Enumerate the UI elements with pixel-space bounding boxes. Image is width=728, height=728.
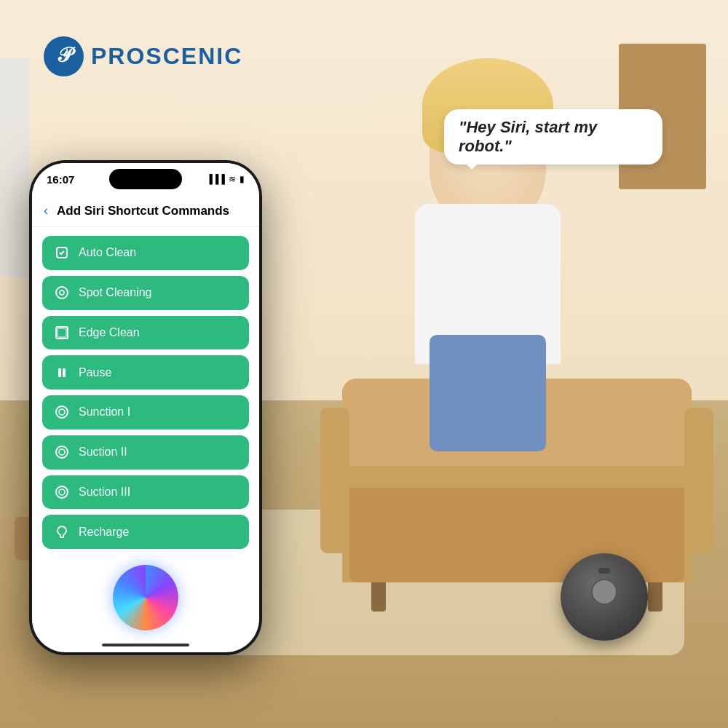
- sunction-i-icon: [54, 404, 70, 420]
- edge-clean-icon: [54, 325, 70, 341]
- status-icons: ▐▐▐ ≋ ▮: [206, 174, 245, 184]
- suction-ii-label: Suction II: [79, 446, 127, 459]
- pause-icon: [54, 365, 70, 381]
- siri-button[interactable]: [113, 565, 178, 630]
- menu-item-spot-cleaning[interactable]: Spot Cleaning: [42, 276, 249, 310]
- siri-area[interactable]: [113, 565, 178, 630]
- svg-point-11: [56, 446, 68, 458]
- phone: 16:07 ▐▐▐ ≋ ▮ ‹ Add Siri Shortcut Comman…: [29, 160, 262, 655]
- svg-point-13: [56, 486, 68, 498]
- phone-screen: 16:07 ▐▐▐ ≋ ▮ ‹ Add Siri Shortcut Comman…: [32, 163, 259, 652]
- home-indicator[interactable]: [102, 644, 189, 646]
- brand-logo-area: 𝒫 PROSCENIC: [44, 36, 242, 76]
- svg-rect-8: [63, 368, 66, 377]
- menu-item-edge-clean[interactable]: Edge Clean: [42, 316, 249, 350]
- sunction-i-label: Sunction I: [79, 405, 130, 419]
- robot-vacuum: [561, 553, 648, 641]
- back-button[interactable]: ‹: [44, 203, 48, 218]
- suction-ii-icon: [54, 444, 70, 460]
- menu-item-pause[interactable]: Pause: [42, 355, 249, 389]
- proscenic-logo-icon: 𝒫: [44, 36, 84, 76]
- nav-bar: ‹ Add Siri Shortcut Commands: [32, 195, 259, 227]
- svg-rect-15: [60, 537, 63, 538]
- svg-rect-7: [58, 368, 61, 377]
- wifi-icon: ≋: [229, 174, 236, 184]
- recharge-label: Recharge: [79, 526, 129, 539]
- status-time: 16:07: [47, 173, 74, 186]
- signal-icon: ▐▐▐: [206, 174, 225, 184]
- menu-item-auto-clean[interactable]: Auto Clean: [42, 236, 249, 270]
- auto-clean-icon: [54, 245, 70, 261]
- spot-cleaning-icon: [54, 285, 70, 301]
- svg-point-12: [59, 449, 65, 455]
- menu-item-sunction-i[interactable]: Sunction I: [42, 395, 249, 430]
- menu-list: Auto Clean Spot Cleaning: [32, 227, 259, 558]
- auto-clean-label: Auto Clean: [79, 246, 136, 259]
- svg-point-14: [59, 489, 65, 495]
- suction-iii-label: Suction III: [79, 486, 130, 499]
- window: [0, 58, 29, 277]
- speech-bubble: "Hey Siri, start my robot.": [444, 109, 662, 165]
- phone-container: 16:07 ▐▐▐ ≋ ▮ ‹ Add Siri Shortcut Comman…: [29, 160, 262, 655]
- suction-iii-icon: [54, 484, 70, 500]
- svg-point-9: [56, 406, 68, 418]
- menu-item-recharge[interactable]: Recharge: [42, 515, 249, 549]
- edge-clean-label: Edge Clean: [79, 326, 140, 339]
- brand-name: PROSCENIC: [91, 43, 242, 70]
- menu-item-suction-ii[interactable]: Suction II: [42, 435, 249, 470]
- status-bar: 16:07 ▐▐▐ ≋ ▮: [32, 163, 259, 195]
- svg-point-3: [56, 287, 68, 298]
- menu-item-suction-iii[interactable]: Suction III: [42, 475, 249, 510]
- dynamic-island: [109, 169, 182, 189]
- speech-text: "Hey Siri, start my robot.": [459, 118, 597, 155]
- nav-title: Add Siri Shortcut Commands: [57, 204, 229, 218]
- spot-cleaning-label: Spot Cleaning: [79, 286, 152, 299]
- pause-label: Pause: [79, 366, 111, 379]
- svg-point-10: [59, 409, 65, 415]
- svg-rect-6: [58, 328, 66, 337]
- svg-point-4: [60, 290, 64, 295]
- recharge-icon: [54, 524, 70, 540]
- battery-icon: ▮: [240, 174, 245, 184]
